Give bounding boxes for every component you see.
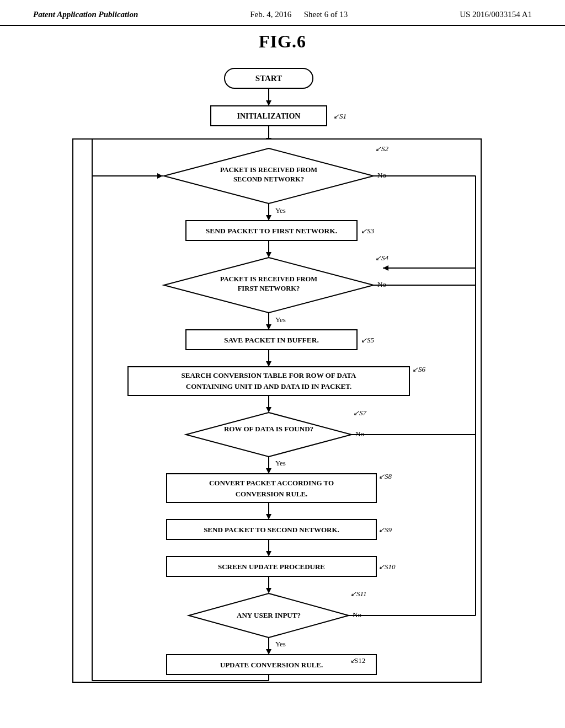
s11-label: ANY USER INPUT? — [237, 611, 301, 619]
s7-no: No — [355, 430, 364, 438]
s10-label: SCREEN UPDATE PROCEDURE — [218, 563, 325, 571]
s12-label: UPDATE CONVERSION RULE. — [220, 661, 323, 669]
page-header: Patent Application Publication Feb. 4, 2… — [0, 0, 565, 26]
s7-label-1: ROW OF DATA IS FOUND? — [224, 425, 313, 433]
s6-label-1: SEARCH CONVERSION TABLE FOR ROW OF DATA — [182, 371, 356, 379]
s8-label-2: CONVERSION RULE. — [236, 490, 308, 498]
header-patent-number: US 2016/0033154 A1 — [460, 10, 532, 19]
s8-step: ↙S8 — [379, 472, 392, 480]
header-publication-label: Patent Application Publication — [33, 10, 138, 19]
flowchart-svg: START INITIALIZATION ↙S1 PACKET IS RECEI… — [56, 63, 509, 703]
s2-no: No — [377, 171, 386, 179]
s2-yes: Yes — [275, 206, 286, 215]
s1-step: ↙S1 — [333, 112, 347, 120]
s9-label: SEND PACKET TO SECOND NETWORK. — [204, 526, 339, 534]
s6-step: ↙S6 — [412, 365, 426, 373]
s2-step: ↙S2 — [375, 144, 389, 153]
s8-label-1: CONVERT PACKET ACCORDING TO — [209, 479, 334, 487]
header-date: Feb. 4, 2016 Sheet 6 of 13 — [250, 10, 348, 19]
s1-label: INITIALIZATION — [237, 112, 301, 120]
s4-step: ↙S4 — [375, 254, 389, 262]
start-label: START — [255, 74, 282, 83]
s4-label-1: PACKET IS RECEIVED FROM — [220, 275, 317, 283]
s4-yes: Yes — [275, 315, 286, 324]
svg-rect-33 — [167, 474, 376, 502]
s4-no: No — [377, 280, 386, 288]
s5-step: ↙S5 — [361, 336, 375, 344]
s11-step: ↙S11 — [350, 590, 367, 598]
s12-step-arrow: ↙ — [350, 656, 356, 665]
s3-step: ↙S3 — [361, 227, 375, 235]
s11-no: No — [353, 611, 361, 619]
figure-title: FIG.6 — [0, 31, 565, 52]
s5-label: SAVE PACKET IN BUFFER. — [224, 336, 319, 344]
s9-step: ↙S9 — [379, 526, 392, 534]
s6-label-2: CONTAINING UNIT ID AND DATA ID IN PACKET… — [186, 382, 351, 390]
s2-label-2: SECOND NETWORK? — [233, 175, 304, 183]
s3-label: SEND PACKET TO FIRST NETWORK. — [206, 227, 337, 235]
s10-step: ↙S10 — [379, 563, 396, 571]
s11-yes: Yes — [275, 640, 286, 648]
svg-marker-2 — [266, 100, 271, 106]
flowchart: START INITIALIZATION ↙S1 PACKET IS RECEI… — [56, 63, 509, 705]
s4-label-2: FIRST NETWORK? — [238, 285, 300, 292]
s2-label-1: PACKET IS RECEIVED FROM — [220, 166, 317, 174]
s7-yes: Yes — [275, 459, 286, 467]
s7-step: ↙S7 — [353, 409, 367, 417]
